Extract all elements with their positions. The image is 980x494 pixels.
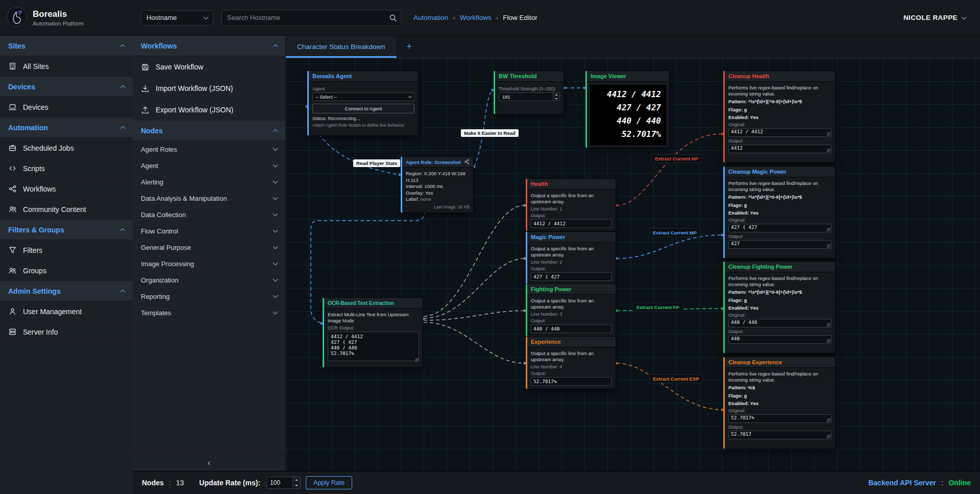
node-borealis-agent[interactable]: Borealis Agent Agent: -- Select -- Conne…: [307, 70, 419, 136]
edge-label-extract-current-hp[interactable]: Extract Current HP: [651, 154, 702, 163]
spin-up-button[interactable]: [553, 93, 559, 97]
sidebar-item-workflows[interactable]: Workflows: [0, 179, 133, 199]
node-ocr-text-extraction[interactable]: OCR-Based Text Extraction Extract Multi-…: [323, 297, 423, 368]
add-tab-button[interactable]: +: [397, 36, 422, 58]
action-label: Export Workflow (JSON): [156, 106, 233, 114]
output-field[interactable]: [531, 219, 612, 228]
node-category-agent-roles[interactable]: Agent Roles: [133, 141, 285, 157]
sidebar-section-filters-groups[interactable]: Filters & Groups: [0, 220, 133, 240]
threshold-input[interactable]: [499, 92, 553, 101]
chevron-up-icon: [120, 228, 126, 233]
original-field[interactable]: 4412 / 4412: [728, 128, 831, 137]
node-category-agent[interactable]: Agent: [133, 157, 285, 174]
edge-label-extract-current-mp[interactable]: Extract Current MP: [649, 228, 700, 237]
sidebar-item-filters[interactable]: Filters: [0, 240, 133, 261]
node-category-organization[interactable]: Organization: [133, 272, 285, 288]
sidebar-item-server-info[interactable]: Server Info: [0, 322, 133, 342]
sidebar-section-admin-settings[interactable]: Admin Settings: [0, 281, 133, 301]
resize-handle-icon[interactable]: [827, 132, 830, 136]
panel-section-nodes[interactable]: Nodes: [133, 121, 285, 141]
output-field[interactable]: [531, 272, 612, 281]
edge-label-extract-current-fp[interactable]: Extract Current FP: [633, 303, 683, 312]
spin-down-button[interactable]: [553, 97, 559, 101]
separator: :: [941, 479, 944, 487]
flow-canvas[interactable]: Borealis Agent Agent: -- Select -- Conne…: [286, 58, 980, 471]
export-workflow-button[interactable]: Export Workflow (JSON): [133, 99, 285, 121]
sidebar-item-community-content[interactable]: Community Content: [0, 199, 133, 220]
node-fighting-power[interactable]: Fighting Power Output a specific line fr…: [526, 284, 616, 337]
category-label: Reporting: [141, 293, 169, 300]
resize-handle-icon[interactable]: [827, 228, 830, 231]
node-cleanup-experience[interactable]: Cleanup Experience Performs live regex-b…: [723, 357, 836, 449]
node-category-flow-control[interactable]: Flow Control: [133, 223, 285, 239]
connect-to-agent-button[interactable]: Connect to Agent: [312, 104, 414, 113]
sidebar-section-devices[interactable]: Devices: [0, 77, 133, 97]
save-workflow-button[interactable]: Save Workflow: [133, 56, 285, 78]
output-field[interactable]: 427: [728, 240, 831, 249]
spin-down-button[interactable]: [293, 483, 300, 488]
sidebar-item-scheduled-jobs[interactable]: Scheduled Jobs: [0, 138, 133, 158]
node-cleanup-magic-power[interactable]: Cleanup Magic Power Performs live regex-…: [723, 166, 836, 258]
resize-handle-icon[interactable]: [827, 418, 830, 422]
output-field[interactable]: 440: [728, 335, 831, 344]
sidebar-item-all-sites[interactable]: All Sites: [0, 56, 133, 77]
output-field[interactable]: 52.7017: [728, 431, 831, 439]
resize-handle-icon[interactable]: [827, 339, 830, 343]
import-workflow-button[interactable]: Import Workflow (JSON): [133, 78, 285, 99]
node-title: Image Viewer: [591, 73, 626, 79]
share-icon[interactable]: [464, 159, 470, 166]
tab-character-status-breakdown[interactable]: Character Status Breakdown: [286, 36, 397, 58]
node-magic-power[interactable]: Magic Power Output a specific line from …: [526, 231, 616, 285]
node-category-data-collection[interactable]: Data Collection: [133, 206, 285, 223]
node-category-templates[interactable]: Templates: [133, 304, 285, 321]
original-field[interactable]: 427 { 427: [728, 224, 831, 232]
node-title: Fighting Power: [531, 286, 571, 292]
output-field[interactable]: [531, 324, 612, 333]
edge-label-extract-current-exp[interactable]: Extract Current EXP: [649, 374, 703, 383]
resize-handle-icon[interactable]: [827, 244, 830, 248]
node-health[interactable]: Health Output a specific line from an up…: [526, 178, 616, 231]
sidebar-item-devices[interactable]: Devices: [0, 97, 133, 117]
collapse-arrow: ‹: [208, 458, 210, 467]
hostname-select[interactable]: Hostname: [141, 10, 213, 26]
node-category-general-purpose[interactable]: General Purpose: [133, 239, 285, 255]
node-agent-role-screenshot[interactable]: Agent Role: Screenshot Region: X:200 Y:4…: [401, 156, 474, 213]
breadcrumb-automation[interactable]: Automation: [413, 14, 448, 21]
backend-label: Backend API Server: [868, 479, 936, 487]
edge-label-make-it-easier[interactable]: Make it Easier to Read: [461, 129, 519, 137]
sidebar-section-sites[interactable]: Sites: [0, 36, 133, 56]
original-field[interactable]: 440 / 440: [728, 319, 831, 327]
resize-handle-icon[interactable]: [827, 323, 830, 326]
search-input[interactable]: [222, 10, 401, 26]
node-bw-threshold[interactable]: BW Threshold Threshold Strength (0–255):: [494, 70, 564, 114]
output-field[interactable]: [531, 377, 612, 386]
spin-up-button[interactable]: [293, 477, 300, 483]
ocr-output-wrap: 4412 / 4412 427 { 427 440 / 440 52.7017%: [328, 332, 419, 362]
output-field[interactable]: 4412: [728, 145, 831, 153]
node-category-alerting[interactable]: Alerting: [133, 174, 285, 190]
node-category-reporting[interactable]: Reporting: [133, 288, 285, 304]
apply-rate-button[interactable]: Apply Rate: [306, 476, 352, 489]
sidebar-item-scripts[interactable]: Scripts: [0, 158, 133, 179]
panel-section-workflows[interactable]: Workflows: [133, 36, 285, 56]
node-cleanup-fighting-power[interactable]: Cleanup Fighting Power Performs live reg…: [723, 261, 836, 354]
agent-select[interactable]: -- Select --: [312, 92, 414, 101]
user-menu[interactable]: NICOLE RAPPE: [903, 14, 966, 21]
node-experience[interactable]: Experience Output a specific line from a…: [526, 336, 616, 389]
node-category-data-analysis[interactable]: Data Analysis & Manipulation: [133, 190, 285, 206]
sidebar-section-automation[interactable]: Automation: [0, 117, 133, 138]
ocr-output-field[interactable]: 4412 / 4412 427 { 427 440 / 440 52.7017%: [328, 332, 419, 361]
sidebar-item-groups[interactable]: Groups: [0, 261, 133, 281]
resize-handle-icon[interactable]: [415, 358, 419, 362]
sidebar-item-user-management[interactable]: User Management: [0, 301, 133, 322]
breadcrumb-workflows[interactable]: Workflows: [460, 14, 492, 21]
panel-collapse-button[interactable]: ‹: [133, 454, 285, 471]
update-rate-input[interactable]: [266, 477, 293, 489]
resize-handle-icon[interactable]: [827, 149, 830, 152]
node-image-viewer[interactable]: Image Viewer 4412 / 4412 427 / 427 440 /…: [585, 70, 670, 148]
node-cleanup-health[interactable]: Cleanup Health Performs live regex-based…: [723, 70, 836, 163]
original-field[interactable]: 52.7017%: [728, 414, 831, 423]
resize-handle-icon[interactable]: [827, 435, 830, 438]
node-category-image-processing[interactable]: Image Processing: [133, 255, 285, 272]
edge-label-read-player-stats[interactable]: Read Player Stats: [353, 159, 400, 167]
